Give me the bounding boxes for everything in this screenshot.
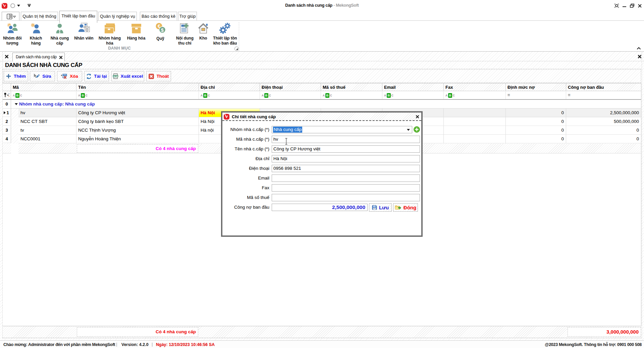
- svg-text:$: $: [161, 27, 164, 33]
- svg-text:XLSX: XLSX: [113, 75, 118, 77]
